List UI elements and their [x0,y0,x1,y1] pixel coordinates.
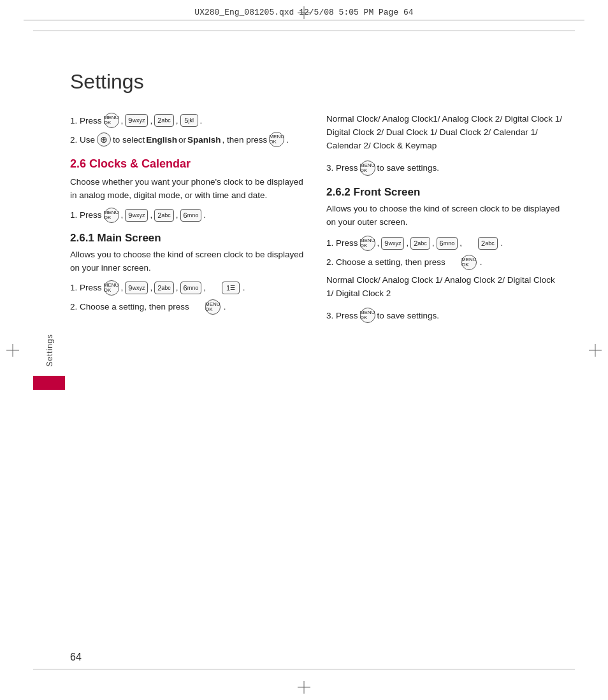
262-extra: 2abc . [477,237,503,250]
sub-comma-2: , [150,210,152,220]
step-2-then: , then press [222,135,268,145]
key-menu-ok-6: MENUOK [360,161,375,176]
261-step2-period: . [224,301,226,311]
step-2-english: English [146,135,177,145]
step-261-1-prefix: 1. Press [70,283,102,292]
key-1hash: 1☰ [222,282,240,294]
key-2abc-2: 2abc [154,209,174,222]
right-step-3-262-prefix: 3. Press [326,311,358,320]
key-menu-ok-5: MENUOK [205,299,221,315]
options-text-26: Normal Clock/ Analog Clock1/ Analog Cloc… [326,113,563,153]
key-9wxyz-2: 9wxyz [125,209,148,222]
step-1: 1. Press MENUOK , 9wxyz , 2abc , 5jkl . [70,113,307,128]
key-menu-ok-8: MENUOK [461,255,477,270]
262-step2-period: . [480,257,482,266]
step-2: 2. Use ⊕ to select English or Spanish , … [70,132,307,147]
sub-comma-1: , [121,210,124,220]
step-2-prefix: 2. Use [70,135,95,145]
262-comma-3: , [432,238,435,248]
261-key-wrap: MENUOK . [205,299,226,315]
step-261-1: 1. Press MENUOK , 9wxyz , 2abc , 6mno , … [70,280,307,296]
step-2-spanish: Spanish [187,135,221,145]
262-period: . [500,238,503,247]
261-comma-2: , [150,283,152,292]
step-2-or: or [178,135,186,145]
step-262-2: 2. Choose a setting, then press MENUOK . [326,255,563,270]
261-comma-1: , [121,283,124,292]
262-comma-4: , [460,238,462,248]
right-step-3: 3. Press MENUOK to save settings. [326,161,563,176]
262-comma-1: , [377,238,380,248]
sub-step-1-prefix: 1. Press [70,210,102,220]
sub-step-1: 1. Press MENUOK , 9wxyz , 2abc , 6mno . [70,208,307,223]
comma-2: , [150,116,152,125]
key-2abc-5: 2abc [478,237,498,250]
key-menu-ok-7: MENUOK [360,236,375,251]
key-2abc-1: 2abc [154,114,174,127]
border-top [33,31,575,31]
261-period: . [243,282,245,292]
heading-262: 2.6.2 Front Screen [326,186,563,199]
key-nav-up: ⊕ [97,132,111,146]
262-comma-2: , [406,238,409,248]
sidebar-label: Settings [45,334,54,366]
columns: 1. Press MENUOK , 9wxyz , 2abc , 5jkl . … [70,113,563,649]
intro-262: Allows you to choose the kind of screen … [326,203,563,229]
page-title: Settings [70,70,563,94]
key-menu-ok-9: MENUOK [360,308,375,323]
cross-left [6,344,19,357]
key-menu-ok-4: MENUOK [104,280,119,296]
key-9wxyz-4: 9wxyz [381,237,404,250]
border-bottom [33,669,575,669]
period-2: . [286,135,289,145]
key-menu-ok-1: MENUOK [104,113,119,128]
key-2abc-3: 2abc [154,282,174,294]
sub-comma-3: , [176,210,178,220]
comma-1: , [121,116,124,125]
cross-top [298,6,310,19]
key-9wxyz: 9wxyz [125,114,148,127]
sub-period: . [203,210,206,220]
page-number: 64 [70,652,82,663]
sidebar-bar [33,376,65,390]
step-261-2: 2. Choose a setting, then press MENUOK . [70,299,307,315]
step-1-prefix: 1. Press [70,116,102,125]
key-menu-ok-2: MENUOK [269,132,284,147]
key-5jkl: 5jkl [180,114,198,127]
right-step-3-262-suffix: to save settings. [377,311,440,320]
heading-261: 2.6.1 Main Screen [70,232,307,245]
cross-right [589,344,602,357]
261-comma-4: , [203,283,206,292]
intro-261: Allows you to choose the kind of screen … [70,248,307,275]
period-1: . [200,116,203,125]
options-text-262: Normal Clock/ Analog Clock 1/ Analog Clo… [326,274,563,301]
261-extra: 1☰ . [221,282,245,294]
step-262-1: 1. Press MENUOK , 9wxyz , 2abc , 6mno , … [326,236,563,251]
key-9wxyz-3: 9wxyz [125,282,148,294]
right-step-3-262: 3. Press MENUOK to save settings. [326,308,563,323]
step-262-1-prefix: 1. Press [326,238,358,248]
section-intro: Choose whether you want your phone's clo… [70,176,307,203]
comma-3: , [176,116,178,125]
key-6mno-3: 6mno [437,237,458,250]
left-column: 1. Press MENUOK , 9wxyz , 2abc , 5jkl . … [70,113,307,649]
261-comma-3: , [176,283,178,292]
section-heading-red: 2.6 Clocks & Calendar [70,157,307,171]
cross-bottom [298,681,310,694]
step-2-middle: to select [113,135,145,145]
right-step-3-prefix: 3. Press [326,163,358,173]
key-6mno-2: 6mno [180,282,202,294]
right-column: Normal Clock/ Analog Clock1/ Analog Cloc… [326,113,563,649]
262-key-wrap: MENUOK . [461,255,482,270]
key-2abc-4: 2abc [410,237,430,250]
key-6mno-1: 6mno [180,209,202,222]
step-261-2-text: 2. Choose a setting, then press [70,302,189,311]
key-menu-ok-3: MENUOK [104,208,119,223]
main-content: Settings 1. Press MENUOK , 9wxyz , 2abc … [70,57,563,649]
right-step-3-suffix: to save settings. [377,163,440,173]
step-262-2-text: 2. Choose a setting, then press [326,257,445,267]
